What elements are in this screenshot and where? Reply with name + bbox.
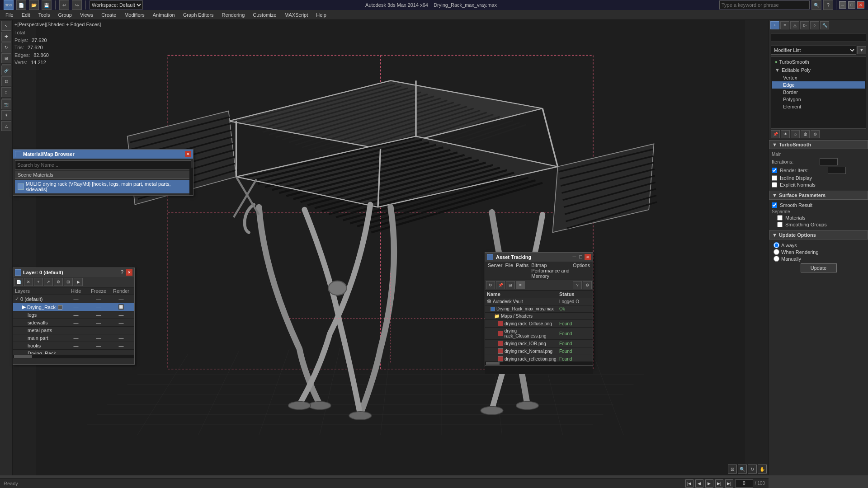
update-options-header[interactable]: ▼ Update Options bbox=[769, 230, 868, 239]
asset-help-btn[interactable]: ? bbox=[573, 281, 582, 289]
layer-hooks-row[interactable]: hooks — — — bbox=[13, 342, 134, 350]
object-name-input[interactable]: main part bbox=[771, 33, 866, 42]
asset-bitmap-menu[interactable]: Bitmap Performance and Memory bbox=[530, 263, 571, 279]
asset-view-btn[interactable]: ⊞ bbox=[506, 281, 515, 289]
modify-tab[interactable]: ≡ bbox=[780, 21, 789, 29]
modifier-editable-poly[interactable]: ▼ Editable Poly bbox=[772, 66, 865, 74]
asset-panel-close[interactable]: ✕ bbox=[585, 254, 591, 260]
asset-reflection-row[interactable]: drying rack_reflection.png Found bbox=[485, 355, 593, 361]
timeline-next-btn[interactable]: ▶| bbox=[715, 479, 723, 488]
layer-merge-btn[interactable]: ⊞ bbox=[64, 278, 73, 286]
isoline-checkbox[interactable] bbox=[772, 175, 777, 181]
asset-file-row[interactable]: Drying_Rack_max_vray.max Ok bbox=[485, 305, 593, 313]
material-panel-close[interactable]: ✕ bbox=[185, 151, 191, 157]
close-btn[interactable]: ✕ bbox=[857, 1, 864, 9]
search-input[interactable] bbox=[719, 0, 810, 9]
bind-tool[interactable]: □ bbox=[1, 87, 11, 97]
menu-create[interactable]: Create bbox=[98, 11, 120, 19]
menu-maxscript[interactable]: MAXScript bbox=[281, 11, 311, 19]
layer-props-btn[interactable]: ⚙ bbox=[54, 278, 63, 286]
timeline-play-btn[interactable]: ▶ bbox=[705, 479, 713, 488]
asset-refresh-btn[interactable]: ↻ bbox=[486, 281, 495, 289]
layer-main-part-row[interactable]: main part — — — bbox=[13, 334, 134, 342]
turbosmooth-header[interactable]: ▼ TurboSmooth bbox=[769, 140, 868, 149]
motion-tab[interactable]: ▷ bbox=[800, 21, 809, 29]
light-tool[interactable]: ☀ bbox=[1, 110, 11, 120]
asset-maximize-btn[interactable]: □ bbox=[578, 254, 583, 260]
layers-scroll-h[interactable] bbox=[13, 355, 134, 358]
explicit-normals-checkbox[interactable] bbox=[772, 182, 777, 188]
unlink-tool[interactable]: ⛓ bbox=[1, 76, 11, 86]
maximize-btn[interactable]: □ bbox=[848, 1, 855, 9]
move-tool[interactable]: ✚ bbox=[1, 32, 11, 42]
rotate-tool[interactable]: ↻ bbox=[1, 42, 11, 52]
layer-expand-btn[interactable]: ▶ bbox=[74, 278, 83, 286]
manually-radio[interactable] bbox=[774, 256, 779, 262]
render-iters-input[interactable]: 2 bbox=[828, 167, 846, 174]
asset-diffuse-row[interactable]: drying rack_Diffuse.png Found bbox=[485, 320, 593, 328]
new-btn[interactable]: 📄 bbox=[16, 0, 26, 10]
modifier-turbosmooth[interactable]: ● TurboSmooth bbox=[772, 58, 865, 66]
layers-panel-close[interactable]: ✕ bbox=[126, 269, 132, 276]
timeline-end-btn[interactable]: ▶| bbox=[725, 479, 733, 488]
add-to-layer-btn[interactable]: + bbox=[34, 278, 43, 286]
link-tool[interactable]: 🔗 bbox=[1, 66, 11, 75]
app-icon[interactable]: 3DS bbox=[4, 0, 14, 10]
create-tab[interactable]: + bbox=[770, 21, 779, 29]
asset-server-menu[interactable]: Server bbox=[487, 263, 503, 279]
hierarchy-tab[interactable]: △ bbox=[790, 21, 799, 29]
modifier-dropdown-arrow[interactable]: ▼ bbox=[857, 46, 866, 54]
zoom-extents-btn[interactable]: ⊡ bbox=[728, 465, 737, 474]
layer-sidewalls-row[interactable]: sidewalls — — — bbox=[13, 319, 134, 327]
menu-help[interactable]: Help bbox=[312, 11, 330, 19]
when-rendering-radio[interactable] bbox=[774, 249, 779, 255]
modifier-border[interactable]: Border bbox=[772, 89, 865, 96]
menu-file[interactable]: File bbox=[2, 11, 17, 19]
menu-group[interactable]: Group bbox=[54, 11, 75, 19]
layer-metal-parts-row[interactable]: metal parts — — — bbox=[13, 327, 134, 334]
modifier-polygon[interactable]: Polygon bbox=[772, 96, 865, 103]
open-btn[interactable]: 📂 bbox=[29, 0, 39, 10]
make-unique-btn[interactable]: ◇ bbox=[791, 130, 800, 138]
layer-legs-row[interactable]: legs — — — bbox=[13, 311, 134, 319]
render-iters-checkbox[interactable] bbox=[772, 168, 777, 173]
material-scrollbar[interactable] bbox=[189, 168, 193, 195]
delete-layer-btn[interactable]: ✕ bbox=[24, 278, 33, 286]
select-layer-btn[interactable]: ↗ bbox=[44, 278, 53, 286]
smooth-result-checkbox[interactable] bbox=[772, 202, 777, 208]
layer-0-row[interactable]: ✓ 0 (default) — — — bbox=[13, 295, 134, 303]
menu-animation[interactable]: Animation bbox=[149, 11, 179, 19]
menu-rendering[interactable]: Rendering bbox=[218, 11, 249, 19]
menu-modifiers[interactable]: Modifiers bbox=[121, 11, 148, 19]
asset-glossiness-row[interactable]: drying rack_Glossiness.png Found bbox=[485, 328, 593, 340]
modifier-vertex[interactable]: Vertex bbox=[772, 74, 865, 81]
asset-ior-row[interactable]: drying rack_IOR.png Found bbox=[485, 340, 593, 347]
config-btn[interactable]: ⚙ bbox=[811, 130, 820, 138]
zoom-btn[interactable]: 🔍 bbox=[738, 465, 747, 474]
layer-drying-rack-sub-row[interactable]: Drying_Rack — — — bbox=[13, 350, 134, 354]
asset-paths-menu[interactable]: Paths bbox=[515, 263, 529, 279]
asset-options-menu[interactable]: Options bbox=[572, 263, 591, 279]
modifier-element[interactable]: Element bbox=[772, 103, 865, 110]
workspace-select[interactable]: Workspace: Default bbox=[90, 0, 143, 9]
geo-tool[interactable]: △ bbox=[1, 121, 11, 131]
viewport[interactable]: +[Perspective][Shaded + Edged Faces] Tot… bbox=[13, 20, 769, 475]
surface-params-header[interactable]: ▼ Surface Parameters bbox=[769, 191, 868, 200]
modifier-list-dropdown[interactable]: Modifier List bbox=[771, 46, 856, 55]
material-item[interactable]: MULIG drying rack (VRayMtl) [hooks, legs… bbox=[15, 180, 191, 193]
select-tool[interactable]: ↖ bbox=[1, 21, 11, 31]
menu-tools[interactable]: Tools bbox=[35, 11, 54, 19]
asset-vault-row[interactable]: 🏛 Autodesk Vault Logged O bbox=[485, 298, 593, 305]
search-icon[interactable]: 🔍 bbox=[811, 0, 821, 10]
new-layer-btn[interactable]: 📄 bbox=[14, 278, 23, 286]
pin-stack-btn[interactable]: 📌 bbox=[771, 130, 780, 138]
menu-views[interactable]: Views bbox=[76, 11, 97, 19]
minimize-btn[interactable]: ─ bbox=[839, 1, 846, 9]
utilities-tab[interactable]: 🔧 bbox=[820, 21, 829, 29]
asset-minimize-btn[interactable]: ─ bbox=[572, 254, 577, 260]
asset-path-input[interactable] bbox=[487, 366, 591, 374]
display-tab[interactable]: ○ bbox=[810, 21, 819, 29]
asset-file-menu[interactable]: File bbox=[504, 263, 514, 279]
asset-normal-row[interactable]: drying rack_Normal.png Found bbox=[485, 347, 593, 355]
always-radio[interactable] bbox=[774, 242, 779, 248]
